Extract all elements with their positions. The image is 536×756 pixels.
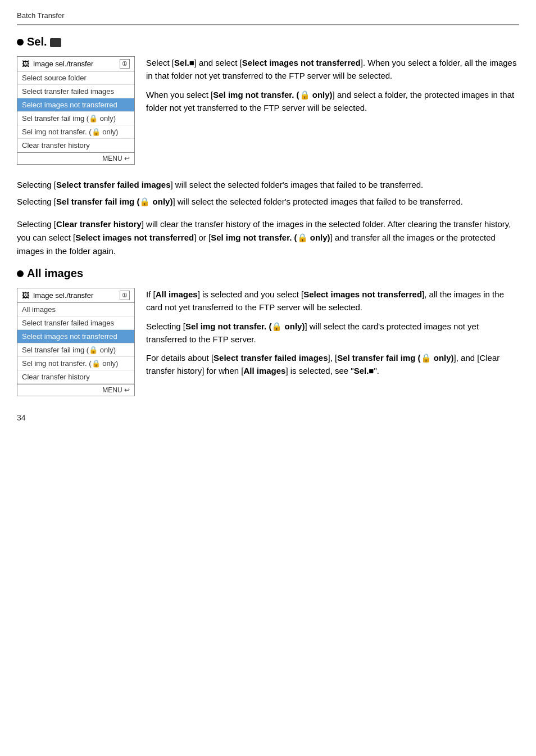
sel-menu-header: 🖼 Image sel./transfer ① <box>17 57 134 71</box>
all-images-menu-header-label: 🖼 Image sel./transfer <box>22 291 93 300</box>
sel-menu-box: 🖼 Image sel./transfer ① Select source fo… <box>17 56 135 165</box>
top-divider <box>17 24 519 25</box>
all-images-text-p1: If [All images] is selected and you sele… <box>146 288 519 314</box>
all-images-text-p2: Selecting [Sel img not transfer. (🔒 only… <box>146 320 519 346</box>
sel-menu-item-not-transfer-protected[interactable]: Sel img not transfer. (🔒 only) <box>17 125 134 139</box>
sel-menu-item-fail-protected[interactable]: Sel transfer fail img (🔒 only) <box>17 112 134 125</box>
lock-icon-6: 🔒 <box>89 346 98 354</box>
lock-icon-2: 🔒 <box>92 128 101 136</box>
lock-icon-4: 🔒 <box>139 197 150 206</box>
all-images-menu-item-fail-protected[interactable]: Sel transfer fail img (🔒 only) <box>17 343 134 357</box>
camera-icon: 🖼 <box>22 60 29 68</box>
sd-card-icon <box>50 38 61 47</box>
all-images-menu-item-not-transferred[interactable]: Select images not transferred <box>17 330 134 343</box>
all-images-section: All images 🖼 Image sel./transfer ① All i… <box>17 267 519 396</box>
bullet-icon <box>17 39 24 46</box>
all-images-title: All images <box>17 267 519 280</box>
sel-menu-item-source[interactable]: Select source folder <box>17 71 134 85</box>
all-images-text-p3: For details about [Select transfer faile… <box>146 351 519 378</box>
desc-block-1: Selecting [Select transfer failed images… <box>17 178 519 209</box>
sel-menu-footer: MENU ↩ <box>17 152 134 164</box>
sel-text-p2: When you select [Sel img not transfer. (… <box>146 88 519 115</box>
desc-text-2: Selecting [Sel transfer fail img (🔒 only… <box>17 195 519 209</box>
desc-text-3: Selecting [Clear transfer history] will … <box>17 218 519 258</box>
sel-section-text: Select [Sel.■] and select [Select images… <box>146 56 519 120</box>
all-images-menu-header-icon: ① <box>120 291 130 300</box>
sel-text-p1: Select [Sel.■] and select [Select images… <box>146 56 519 83</box>
all-images-layout: 🖼 Image sel./transfer ① All images Selec… <box>17 288 519 396</box>
all-images-menu-header: 🖼 Image sel./transfer ① <box>17 288 134 303</box>
all-images-title-text: All images <box>27 267 83 280</box>
bullet-icon-2 <box>17 270 24 277</box>
breadcrumb: Batch Transfer <box>17 11 519 20</box>
sel-section-title: Sel. <box>17 35 519 48</box>
lock-icon-1: 🔒 <box>89 114 98 123</box>
desc-text-1: Selecting [Select transfer failed images… <box>17 178 519 192</box>
lock-icon-7: 🔒 <box>92 359 101 368</box>
all-images-menu-item-failed[interactable]: Select transfer failed images <box>17 316 134 330</box>
lock-icon-3: 🔒 <box>299 90 310 99</box>
lock-icon-9: 🔒 <box>421 353 431 363</box>
lock-icon-8: 🔒 <box>271 322 282 331</box>
page-number: 34 <box>17 413 519 422</box>
sel-section: Sel. 🖼 Image sel./transfer ① Select sour… <box>17 35 519 165</box>
sel-menu-item-failed[interactable]: Select transfer failed images <box>17 85 134 98</box>
all-images-menu-footer: MENU ↩ <box>17 384 134 396</box>
all-images-menu-box: 🖼 Image sel./transfer ① All images Selec… <box>17 288 135 396</box>
sel-menu-header-label: 🖼 Image sel./transfer <box>22 60 93 68</box>
camera-icon-2: 🖼 <box>22 291 29 300</box>
all-images-menu-item-all[interactable]: All images <box>17 303 134 316</box>
all-images-section-text: If [All images] is selected and you sele… <box>146 288 519 383</box>
sel-section-layout: 🖼 Image sel./transfer ① Select source fo… <box>17 56 519 165</box>
desc-block-2: Selecting [Clear transfer history] will … <box>17 218 519 258</box>
lock-icon-5: 🔒 <box>297 233 308 242</box>
sel-menu-item-not-transferred[interactable]: Select images not transferred <box>17 98 134 112</box>
sel-title-text: Sel. <box>27 35 61 48</box>
sel-menu-header-icon: ① <box>120 59 130 69</box>
all-images-menu-item-clear[interactable]: Clear transfer history <box>17 370 134 384</box>
all-images-menu-item-not-transfer-protected[interactable]: Sel img not transfer. (🔒 only) <box>17 357 134 370</box>
sel-menu-item-clear[interactable]: Clear transfer history <box>17 139 134 152</box>
